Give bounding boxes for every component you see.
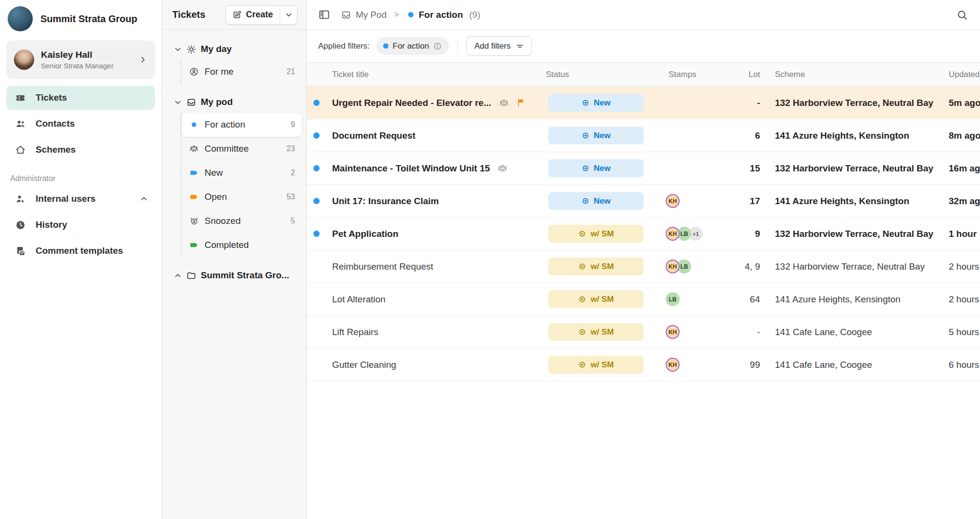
tree-group-label: My day bbox=[201, 44, 232, 54]
add-filters-button[interactable]: Add filters bbox=[466, 36, 532, 56]
tree-item-label: For me bbox=[205, 66, 233, 77]
breadcrumb-parent[interactable]: My Pod bbox=[356, 10, 387, 20]
person-circle-icon bbox=[189, 67, 199, 77]
tree-children-my-pod: For action9Committee23New2Open53Snoozed5… bbox=[181, 113, 306, 257]
tree-group-my-pod[interactable]: My pod bbox=[162, 91, 306, 113]
column-header-status[interactable]: Status bbox=[546, 63, 641, 86]
table-row[interactable]: Maintenance - Toilet Window Unit 15New15… bbox=[307, 152, 980, 185]
column-header-updated[interactable]: Updated bbox=[949, 63, 980, 86]
chevron-down-icon bbox=[174, 98, 182, 106]
table-row[interactable]: Lift Repairsw/ SMKH-141 Cafe Lane, Cooge… bbox=[307, 316, 980, 349]
ticket-title-cell: Lot Alteration bbox=[332, 283, 544, 315]
unread-indicator bbox=[313, 231, 320, 237]
sidebar-item-history[interactable]: History bbox=[6, 213, 155, 237]
table-row[interactable]: Document RequestNew6141 Azure Heights, K… bbox=[307, 119, 980, 152]
scheme-cell: 141 Azure Heights, Kensington bbox=[775, 283, 943, 315]
table-row[interactable]: Pet Applicationw/ SMKHLB+19132 Harborvie… bbox=[307, 218, 980, 250]
ticket-title: Lot Alteration bbox=[332, 294, 386, 305]
tree-item-for-me[interactable]: For me21 bbox=[181, 60, 302, 84]
table-row[interactable]: Urgent Repair Needed - Elevator re...New… bbox=[307, 87, 980, 119]
sidebar-item-tickets[interactable]: Tickets bbox=[6, 86, 155, 110]
ticket-title: Reimbursement Request bbox=[332, 261, 433, 272]
unread-cell bbox=[311, 218, 321, 250]
committee-icon bbox=[497, 163, 508, 174]
sidebar-item-label: Internal users bbox=[36, 194, 96, 204]
tree-item-completed[interactable]: Completed bbox=[181, 233, 302, 257]
blue-dot-icon bbox=[408, 12, 413, 17]
status-target-icon bbox=[578, 328, 586, 336]
tree-item-count: 5 bbox=[291, 217, 295, 225]
table-row[interactable]: Unit 17: Insurance ClaimNewKH17141 Azure… bbox=[307, 185, 980, 218]
table-row[interactable]: Gutter Cleaningw/ SMKH99141 Cafe Lane, C… bbox=[307, 349, 980, 381]
sun-icon bbox=[186, 44, 196, 54]
status-badge: New bbox=[548, 192, 644, 210]
table-header: Ticket titleStatusStampsLotSchemeUpdated bbox=[307, 63, 980, 87]
filter-chip-for-action[interactable]: For action bbox=[376, 37, 449, 55]
tree-group-summit-strata-gro[interactable]: Summit Strata Gro... bbox=[162, 265, 306, 286]
tree-item-snoozed[interactable]: Snoozed5 bbox=[181, 209, 302, 233]
chevron-down-icon bbox=[174, 45, 182, 53]
breadcrumb: My Pod > For action (9) bbox=[341, 10, 480, 20]
edit-pencil-icon bbox=[232, 10, 242, 19]
column-header-lot[interactable]: Lot bbox=[714, 63, 760, 86]
create-dropdown-button[interactable] bbox=[280, 6, 297, 24]
tag-orange-icon bbox=[189, 192, 199, 202]
status-label: w/ SM bbox=[591, 229, 614, 239]
tree-item-count: 9 bbox=[291, 120, 295, 129]
scheme-cell: 132 Harborview Terrace, Neutral Bay bbox=[775, 152, 943, 184]
app: Summit Strata Group Kaisley Hall Senior … bbox=[0, 0, 980, 519]
profile-card[interactable]: Kaisley Hall Senior Strata Manager bbox=[6, 40, 155, 79]
ticket-title-cell: Urgent Repair Needed - Elevator re... bbox=[332, 87, 544, 119]
sidebar: Summit Strata Group Kaisley Hall Senior … bbox=[0, 0, 162, 519]
search-icon[interactable] bbox=[956, 9, 968, 21]
unread-indicator bbox=[313, 100, 320, 106]
home-icon bbox=[15, 144, 26, 156]
ticket-title: Unit 17: Insurance Claim bbox=[332, 196, 439, 207]
tree-item-label: Snoozed bbox=[205, 216, 241, 226]
tree-item-for-action[interactable]: For action9 bbox=[181, 113, 302, 137]
unread-cell bbox=[311, 316, 321, 348]
sidebar-item-schemes[interactable]: Schemes bbox=[6, 138, 155, 162]
org-logo bbox=[8, 6, 33, 31]
tree-item-new[interactable]: New2 bbox=[181, 161, 302, 185]
sidebar-item-comment-templates[interactable]: Comment templates bbox=[6, 239, 155, 263]
sidebar-toggle-icon[interactable] bbox=[318, 9, 330, 21]
filter-bar: Applied filters: For action Add filters bbox=[307, 30, 980, 63]
divider bbox=[457, 39, 458, 53]
blue-dot-icon bbox=[383, 43, 388, 49]
sidebar-item-label: History bbox=[36, 220, 67, 230]
profile-name: Kaisley Hall bbox=[41, 50, 132, 60]
filter-lines-icon bbox=[516, 42, 524, 51]
status-target-icon bbox=[581, 164, 590, 172]
create-button[interactable]: Create bbox=[226, 6, 280, 24]
status-label: New bbox=[594, 131, 611, 141]
sidebar-item-contacts[interactable]: Contacts bbox=[6, 112, 155, 136]
unread-cell bbox=[311, 349, 321, 381]
status-target-icon bbox=[581, 197, 590, 205]
tree-item-label: Completed bbox=[205, 240, 249, 250]
unread-cell bbox=[311, 152, 321, 184]
tree-item-count: 21 bbox=[286, 67, 295, 76]
scheme-cell: 132 Harborview Terrace, Neutral Bay bbox=[775, 87, 943, 119]
tree-item-committee[interactable]: Committee23 bbox=[181, 137, 302, 161]
lot-cell: 99 bbox=[714, 349, 760, 381]
sidebar-item-internal-users[interactable]: Internal users bbox=[6, 187, 155, 211]
column-header-ticket-title[interactable]: Ticket title bbox=[332, 63, 544, 86]
sidebar-item-label: Comment templates bbox=[36, 246, 123, 256]
lot-cell: - bbox=[714, 316, 760, 348]
inbox-icon bbox=[341, 10, 351, 20]
table-row[interactable]: Reimbursement Requestw/ SMKHLB4, 9132 Ha… bbox=[307, 250, 980, 283]
status-badge: New bbox=[548, 127, 644, 144]
info-icon[interactable] bbox=[433, 42, 442, 51]
folder-icon bbox=[186, 271, 196, 281]
column-header-scheme[interactable]: Scheme bbox=[775, 63, 943, 86]
table-row[interactable]: Lot Alterationw/ SMLB64141 Azure Heights… bbox=[307, 283, 980, 316]
status-cell: w/ SM bbox=[548, 250, 644, 283]
ticket-title-cell: Lift Repairs bbox=[332, 316, 544, 348]
status-cell: w/ SM bbox=[548, 283, 644, 315]
tree-group-my-day[interactable]: My day bbox=[162, 39, 306, 60]
tree-item-open[interactable]: Open53 bbox=[181, 185, 302, 209]
ticket-views-tree: My dayFor me21My podFor action9Committee… bbox=[162, 30, 306, 286]
updated-cell: 5m ago bbox=[949, 87, 980, 119]
committee-icon bbox=[189, 144, 199, 154]
